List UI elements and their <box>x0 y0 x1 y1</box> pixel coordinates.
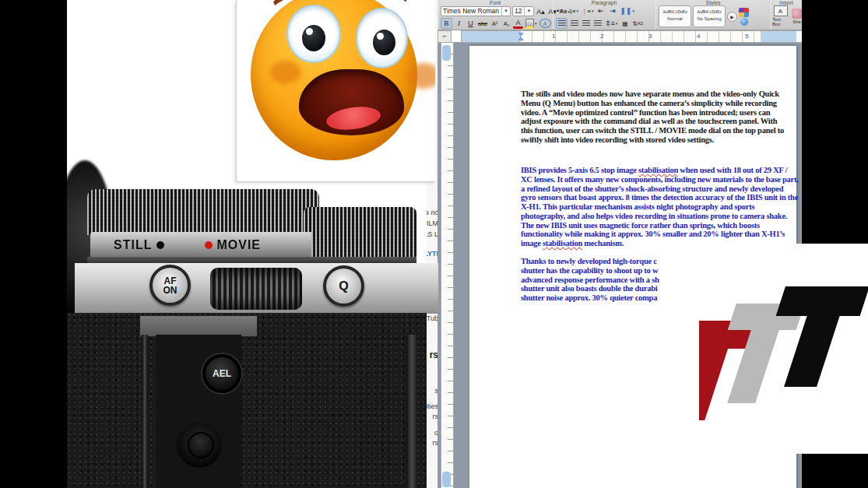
ruler-number: 4 <box>697 33 700 40</box>
superscript-button[interactable]: A² <box>490 19 500 28</box>
command-dial <box>210 268 302 310</box>
paragraph-shutter: Thanks to newly developed high-torque cs… <box>521 257 659 303</box>
font-name-select[interactable]: Times New Roman▼ <box>441 6 511 16</box>
numbered-list-button[interactable]: 1≡▾ <box>568 6 579 16</box>
focus-joystick <box>177 423 222 468</box>
camera-body-seam <box>142 335 148 488</box>
styles-pane-icon[interactable] <box>739 8 749 17</box>
camera-edge-highlight <box>406 335 417 488</box>
ruler-number: 5 <box>745 33 748 40</box>
doc-text-line: The new IBIS unit uses magnetic force ra… <box>521 221 799 230</box>
ttt-logo-box <box>699 244 868 454</box>
doc-text-line: video. A “Movie optimized control” funct… <box>521 108 784 118</box>
word-ribbon: Font Times New Roman▼ 12▼ A▴ A▾ Aa▾ B I … <box>438 0 802 30</box>
chevron-down-icon: ▼ <box>524 7 531 16</box>
sparkle-icon: ✦ <box>411 25 421 39</box>
ruler-right-margin <box>761 31 796 42</box>
ruler-number: 2 <box>600 33 603 40</box>
emoji-left-eye <box>286 5 341 63</box>
ruler-number: 3 <box>648 33 652 40</box>
align-right-button[interactable] <box>581 19 591 28</box>
bullet-list-button[interactable]: •≡▾ <box>556 6 567 16</box>
doc-text-line: X-H1. This particular mechanism assists … <box>521 202 799 212</box>
emoji-mouth <box>299 69 404 135</box>
q-button: Q <box>323 265 364 307</box>
italic-button[interactable]: I <box>454 19 464 28</box>
group-label-font: Font <box>438 0 553 5</box>
doc-text-line: Thanks to newly developed high-torque c <box>521 257 659 266</box>
emoji-right-eye <box>356 8 408 68</box>
doc-text-line: shutter has the capability to shoot up t… <box>521 266 659 276</box>
ribbon-group-insert: Insert A Text Box Sha <box>771 0 802 30</box>
ribbon-group-styles: Styles AaBbCcDdEe Normal AaBbCcDdEe No S… <box>655 0 771 30</box>
doc-text-line: advanced response performance with a sh <box>521 276 659 285</box>
doc-text-line: photography, and also helps video record… <box>521 212 799 221</box>
align-center-button[interactable] <box>569 19 579 28</box>
text-box-icon: A <box>774 5 788 16</box>
ribbon-group-font: Font Times New Roman▼ 12▼ A▴ A▾ Aa▾ B I … <box>438 0 553 30</box>
styles-scroll-button[interactable]: ▶ <box>727 12 737 22</box>
font-color-button[interactable]: A <box>513 19 523 29</box>
movie-label: MOVIE <box>216 238 261 253</box>
underline-button[interactable]: U <box>466 19 476 28</box>
joystick-knob <box>188 432 214 458</box>
text-box-button[interactable]: A Text Box <box>772 5 789 26</box>
align-left-button[interactable] <box>556 18 568 29</box>
emoji-face <box>251 0 417 160</box>
emoji-right-cheek <box>406 63 435 89</box>
doc-text-line: this function, user can switch the STILL… <box>521 126 784 135</box>
doc-text-line: The stills and video modes now have sepa… <box>521 90 784 99</box>
line-spacing-button[interactable]: ⇕≡▾ <box>604 19 618 28</box>
ruler-ticks <box>521 31 761 42</box>
ruler-left-margin <box>462 31 521 42</box>
subscript-button[interactable]: A₂ <box>501 19 511 28</box>
vertical-ruler-top-margin <box>442 45 451 61</box>
shocked-face-emoji: ✦ <box>236 0 435 182</box>
emoji-left-cheek <box>270 61 301 84</box>
letterbox-left <box>0 0 67 488</box>
style-normal[interactable]: AaBbCcDdEe Normal <box>659 5 691 27</box>
group-label-paragraph: Paragraph <box>553 0 655 5</box>
doc-text-line: IBIS provides 5-axis 6.5 stop image stab… <box>521 166 799 175</box>
columns-button[interactable]: ❚❚▾ <box>619 6 635 16</box>
still-label: STILL <box>114 238 152 253</box>
doc-text-line: a refined layout of the shutter’s shock-… <box>521 184 799 194</box>
vertical-ruler[interactable] <box>441 42 454 488</box>
camera-body <box>62 313 427 488</box>
ael-button: AEL <box>202 354 241 393</box>
emoji-tongue <box>325 104 381 132</box>
browser-icon[interactable] <box>740 18 748 26</box>
bold-button[interactable]: B <box>441 18 452 29</box>
tab-selector[interactable]: ⌐ <box>438 30 452 43</box>
vertical-ruler-bottom-margin <box>442 472 451 487</box>
doc-text-line: shutter noise approx. 30% quieter compa <box>521 293 659 303</box>
highlight-button[interactable]: ▾ <box>525 19 538 28</box>
enclose-character-button[interactable]: A <box>539 19 551 28</box>
camera-body-trim <box>140 316 257 336</box>
doc-text-line: shutter unit also boasts double the dura… <box>521 284 659 293</box>
paragraph-modes: The stills and video modes now have sepa… <box>521 90 784 145</box>
doc-text-line: XC lenses. It offers many new components… <box>521 175 799 184</box>
grow-font-button[interactable]: A▴ <box>536 7 546 16</box>
multilevel-list-button[interactable]: ⋮≡▾ <box>581 6 594 16</box>
style-no-spacing[interactable]: AaBbCcDdEe No Spacing <box>693 5 726 27</box>
hanging-indent-marker[interactable] <box>518 37 524 40</box>
strikethrough-button[interactable]: abc <box>477 19 488 28</box>
camera-top-dial <box>87 189 319 235</box>
chevron-down-icon: ▼ <box>501 7 508 16</box>
increase-indent-button[interactable]: ⇥ <box>607 6 617 16</box>
group-label-insert: Insert <box>771 0 802 5</box>
sort-button[interactable]: ⇅AZ <box>631 19 644 28</box>
camera-mode-dial-band: STILL MOVIE <box>90 232 311 258</box>
decrease-indent-button[interactable]: ⇤ <box>596 6 606 16</box>
doc-text-line: functionality while making it approx. 30… <box>521 230 799 239</box>
shapes-button[interactable]: Sha <box>792 9 802 24</box>
ruler-number: 1 <box>552 33 555 40</box>
justify-button[interactable] <box>592 19 603 28</box>
movie-dot-icon <box>205 241 213 249</box>
borders-button[interactable]: ▦ <box>620 19 630 28</box>
font-size-select[interactable]: 12▼ <box>512 6 534 16</box>
still-dot-icon <box>156 241 164 249</box>
ribbon-group-paragraph: Paragraph •≡▾ 1≡▾ ⋮≡▾ ⇤ ⇥ ❚❚▾ ⇕≡▾ ▦ ⇅AZ <box>553 0 656 30</box>
horizontal-ruler[interactable]: 12345 <box>461 30 803 43</box>
